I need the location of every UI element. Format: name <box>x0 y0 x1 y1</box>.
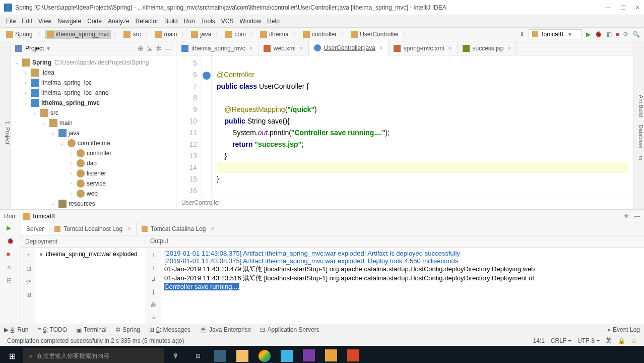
tree-node[interactable]: ›controller <box>11 148 176 158</box>
deploy-add-icon[interactable]: ＋ <box>26 251 32 259</box>
tree-node[interactable]: ›listener <box>11 168 176 178</box>
project-tool-button[interactable]: 1: Project <box>5 121 11 144</box>
editor-tab[interactable]: success.jsp× <box>458 41 517 55</box>
coverage-button[interactable]: ◧ <box>606 31 612 38</box>
breadcrumb-item[interactable]: controller <box>301 30 339 39</box>
deploy-settings-icon[interactable]: ⊞ <box>26 291 31 298</box>
maven-button[interactable]: m <box>638 156 644 160</box>
tree-node[interactable]: ›service <box>11 178 176 189</box>
class-gutter-icon[interactable] <box>203 72 211 80</box>
editor-tab[interactable]: spring-mvc.xml× <box>389 41 458 55</box>
close-icon[interactable]: × <box>127 225 131 232</box>
collapse-icon[interactable]: ⇲ <box>147 44 153 52</box>
hide-icon[interactable]: — <box>165 44 172 52</box>
menu-code[interactable]: Code <box>85 17 104 26</box>
locate-icon[interactable]: ⊕ <box>138 44 144 52</box>
taskbar-search[interactable]: ○ 在这里输入你要搜索的内容 <box>23 348 164 363</box>
scroll-up-icon[interactable]: ↑ <box>152 251 155 258</box>
app-1[interactable] <box>210 346 231 363</box>
chrome-icon[interactable] <box>254 346 275 363</box>
menu-build[interactable]: Build <box>162 17 180 26</box>
settings-icon[interactable]: ✲ <box>156 44 162 52</box>
tree-node[interactable]: ⌄java <box>11 128 176 138</box>
todo-tab-button[interactable]: ≡ 6: TODO <box>37 326 67 333</box>
breadcrumb-item[interactable]: itheima <box>258 30 291 39</box>
tree-node[interactable]: ⌄com.itheima <box>11 138 176 148</box>
spring-tab-button[interactable]: ✲ Spring <box>115 326 140 333</box>
run-pin-button[interactable]: ⊟ <box>7 277 15 285</box>
breadcrumb-item[interactable]: src <box>121 30 143 39</box>
menu-help[interactable]: Help <box>265 17 282 26</box>
tree-node[interactable]: ›itheima_spring_ioc <box>11 78 176 88</box>
run-stop-button[interactable]: ■ <box>7 251 15 259</box>
code-area[interactable]: 5678910111213141516 @Controllerpublic cl… <box>176 55 633 198</box>
editor-breadcrumb[interactable]: UserController <box>176 198 633 209</box>
project-root[interactable]: ⌄ Spring C:\Users\apple\IdeaProjects\Spr… <box>11 57 176 68</box>
intellij-icon[interactable] <box>298 346 319 363</box>
close-button[interactable]: ✕ <box>635 4 640 11</box>
editor-tab[interactable]: UserController.java× <box>309 41 389 55</box>
menu-file[interactable]: File <box>4 17 18 26</box>
debug-button[interactable]: 🐞 <box>595 31 602 38</box>
mic-icon[interactable]: 🎙 <box>165 346 186 363</box>
tree-node[interactable]: ⌄itheima_spring_mvc <box>11 98 176 108</box>
run-exit-button[interactable]: ⤫ <box>7 264 15 272</box>
menu-navigate[interactable]: Navigate <box>55 17 83 26</box>
run-debug-button[interactable]: 🐞 <box>7 237 15 246</box>
cursor-position[interactable]: 14:1 <box>533 337 544 344</box>
menu-analyze[interactable]: Analyze <box>106 17 132 26</box>
update-button[interactable]: ⟳ <box>623 31 628 38</box>
search-everywhere-icon[interactable]: 🔍 <box>632 31 640 38</box>
terminal-tab-button[interactable]: ▣ Terminal <box>76 326 106 333</box>
breadcrumb-item[interactable]: itheima_spring_mvc <box>45 30 112 39</box>
breadcrumb-item[interactable]: java <box>189 30 213 39</box>
more-icon[interactable]: » <box>152 314 155 321</box>
run-tab[interactable]: Server <box>21 222 49 235</box>
menu-refactor[interactable]: Refactor <box>134 17 160 26</box>
close-tab-icon[interactable]: × <box>379 44 383 51</box>
ant-build-button[interactable]: Ant Build <box>638 95 644 117</box>
menu-window[interactable]: Window <box>237 17 263 26</box>
breadcrumb-item[interactable]: UserController <box>349 30 401 39</box>
breadcrumb-item[interactable]: Spring <box>4 30 35 39</box>
lock-icon[interactable]: 🔒 <box>618 337 625 344</box>
app-2[interactable] <box>276 346 297 363</box>
line-separator[interactable]: CRLF ÷ <box>551 337 571 344</box>
run-config-dropdown[interactable]: Tomcat8 ▾ <box>529 29 582 39</box>
tree-node[interactable]: ›itheima_spring_ioc_anno <box>11 88 176 98</box>
tree-node[interactable]: ⌄resources <box>11 199 176 209</box>
inspections-icon[interactable]: ⚠ <box>631 337 637 344</box>
tree-node[interactable]: ›web <box>11 189 176 199</box>
close-tab-icon[interactable]: × <box>249 45 253 52</box>
paint-icon[interactable] <box>320 346 342 363</box>
messages-tab-button[interactable]: ⊞ 0: Messages <box>149 326 190 333</box>
tree-node[interactable]: ⌄main <box>11 118 176 128</box>
deployment-item[interactable]: ● itheima_spring_mvc:war exploded <box>36 248 146 324</box>
tree-node[interactable]: ›.idea <box>11 68 176 78</box>
menu-tools[interactable]: Tools <box>199 17 217 26</box>
close-tab-icon[interactable]: × <box>508 45 511 52</box>
close-tab-icon[interactable]: × <box>448 45 452 52</box>
stop-button[interactable]: ■ <box>616 31 619 38</box>
run-hide-icon[interactable]: — <box>634 213 640 220</box>
file-explorer-icon[interactable] <box>232 346 253 363</box>
menu-edit[interactable]: Edit <box>20 17 34 26</box>
start-button[interactable]: ⊞ <box>2 348 22 363</box>
editor-tab[interactable]: web.xml× <box>259 41 309 55</box>
task-view-icon[interactable]: ⊟ <box>187 346 209 363</box>
breadcrumb-item[interactable]: com <box>223 30 248 39</box>
run-settings-icon[interactable]: ✲ <box>624 213 629 220</box>
run-tab[interactable]: Tomcat Localhost Log× <box>49 222 137 235</box>
database-button[interactable]: Database <box>638 125 644 148</box>
close-icon[interactable]: × <box>211 225 215 232</box>
event-log-button[interactable]: ● Event Log <box>607 326 640 333</box>
breadcrumb-item[interactable]: main <box>153 30 179 39</box>
soft-wrap-icon[interactable]: ↲ <box>151 276 156 283</box>
close-tab-icon[interactable]: × <box>300 45 303 52</box>
run-tab-button[interactable]: ▶ 4: Run <box>4 326 28 333</box>
minimize-button[interactable]: ― <box>605 4 611 11</box>
run-tab[interactable]: Tomcat Catalina Log× <box>137 222 220 235</box>
scroll-down-icon[interactable]: ↓ <box>152 263 155 271</box>
print-icon[interactable]: 🖶 <box>150 301 157 309</box>
maximize-button[interactable]: ☐ <box>620 4 626 11</box>
